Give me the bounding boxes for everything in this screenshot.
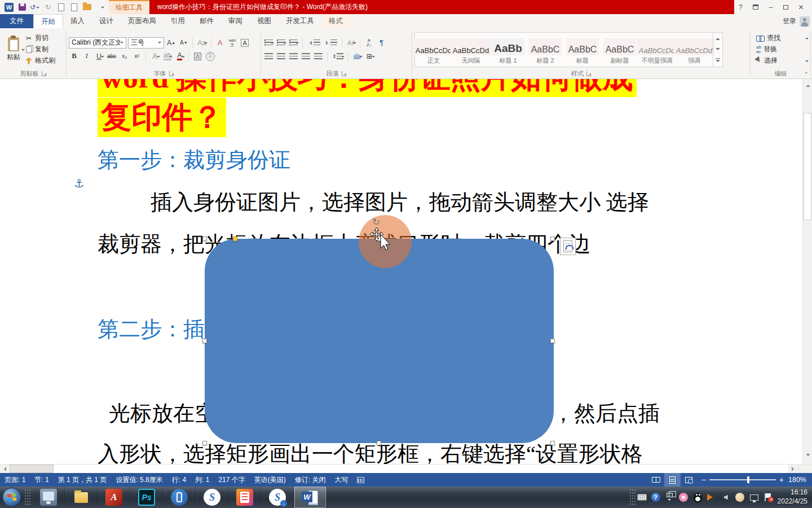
handle-bottom-left[interactable]	[202, 441, 207, 445]
open-folder-icon[interactable]	[82, 3, 91, 12]
tab-file[interactable]: 文件	[0, 14, 33, 28]
italic-button[interactable]: I	[81, 51, 92, 62]
justify-icon[interactable]	[301, 51, 311, 62]
increase-indent-icon[interactable]	[323, 37, 338, 49]
distribute-icon[interactable]	[313, 51, 324, 62]
show-hide-mark-icon[interactable]: ¶	[376, 37, 387, 49]
format-painter-button[interactable]: 格式刷	[25, 56, 55, 65]
styles-dialog-launcher[interactable]	[586, 71, 592, 76]
taskbar-app-phone[interactable]	[163, 487, 196, 508]
highlight-button[interactable]: ab	[162, 51, 173, 62]
tray-volume-icon[interactable]	[721, 493, 731, 502]
start-button[interactable]	[2, 488, 21, 507]
tab-format[interactable]: 格式	[321, 14, 350, 28]
text-effects-button[interactable]: A	[149, 51, 160, 62]
tray-messenger-icon[interactable]	[735, 493, 745, 502]
tab-mailings[interactable]: 邮件	[192, 14, 221, 28]
rounded-rectangle-shape[interactable]	[205, 239, 554, 443]
handle-adjust[interactable]	[233, 237, 237, 241]
status-page[interactable]: 页面: 1	[0, 475, 30, 485]
vertical-scrollbar[interactable]	[802, 79, 812, 464]
input-keyboard-icon[interactable]	[637, 493, 647, 502]
replace-button[interactable]: abac替换	[756, 45, 809, 54]
taskbar-app-photoshop[interactable]: Ps	[130, 487, 163, 508]
circle-char-button[interactable]: 字	[205, 51, 216, 62]
change-case-button[interactable]: Aa	[196, 37, 207, 49]
tab-page-layout[interactable]: 页面布局	[121, 14, 164, 28]
vertical-scroll-thumb[interactable]	[804, 113, 811, 220]
align-right-icon[interactable]	[288, 51, 299, 62]
styles-scroll-up[interactable]	[713, 33, 722, 44]
handle-bottom-right[interactable]	[550, 441, 555, 445]
tray-sound-app-icon[interactable]	[707, 493, 717, 502]
status-line[interactable]: 行: 4	[167, 475, 191, 485]
tab-references[interactable]: 引用	[164, 14, 192, 28]
minimize-button[interactable]: –	[765, 2, 778, 12]
status-word-count[interactable]: 217 个字	[214, 475, 249, 485]
tray-flower-icon[interactable]	[679, 493, 689, 502]
asian-layout-icon[interactable]: A҂	[346, 37, 356, 49]
underline-button[interactable]: U	[94, 51, 104, 62]
style-heading2[interactable]: AaBbC标题 2	[527, 33, 564, 67]
multilevel-list-icon[interactable]	[288, 37, 299, 49]
style-no-spacing[interactable]: AaBbCcDd无间隔	[452, 33, 489, 67]
line-spacing-icon[interactable]: ⇕	[331, 51, 345, 62]
taskbar-app-notes[interactable]	[228, 487, 261, 508]
layout-options-button[interactable]	[560, 238, 576, 255]
tray-action-center-icon[interactable]	[764, 493, 773, 502]
bold-button[interactable]: B	[69, 51, 80, 62]
status-caps[interactable]: 大写	[330, 475, 352, 485]
style-emphasis[interactable]: AaBbCcDd强调	[676, 33, 713, 67]
tab-home[interactable]: 开始	[33, 14, 63, 28]
horizontal-scroll-thumb[interactable]	[10, 465, 54, 473]
status-column[interactable]: 列: 1	[191, 475, 214, 485]
bullets-icon[interactable]	[263, 37, 274, 49]
collapse-ribbon-icon[interactable]: ⌃	[804, 71, 809, 77]
taskbar-app-s-browser[interactable]: S	[196, 487, 228, 508]
redo-icon[interactable]: ↻	[43, 3, 52, 12]
font-size-combo[interactable]: 三号	[128, 37, 164, 49]
phonetic-guide-button[interactable]: wén文	[227, 37, 238, 49]
scroll-down-button[interactable]	[804, 450, 812, 459]
qat-customize-icon[interactable]	[95, 3, 104, 12]
scroll-left-button[interactable]	[0, 465, 10, 473]
scroll-up-button[interactable]	[804, 81, 812, 90]
font-name-combo[interactable]: Calibri (西文正文)	[69, 37, 126, 49]
print-layout-button[interactable]	[664, 473, 681, 487]
web-layout-button[interactable]	[681, 473, 697, 487]
borders-icon[interactable]: ⊞	[364, 51, 375, 62]
status-page-count[interactable]: 第 1 页，共 1 页	[54, 475, 112, 485]
zoom-in-button[interactable]: +	[779, 476, 784, 484]
decrease-indent-icon[interactable]	[306, 37, 321, 49]
new-document-icon[interactable]	[69, 3, 78, 12]
zoom-level[interactable]: 180%	[788, 476, 812, 484]
styles-scroll-down[interactable]	[713, 44, 722, 55]
style-title[interactable]: AaBbC标题	[564, 33, 601, 67]
tray-network-icon[interactable]	[749, 493, 759, 502]
status-language[interactable]: 英语(美国)	[250, 475, 290, 485]
copy-button[interactable]: 复制	[25, 45, 55, 54]
numbering-icon[interactable]	[276, 37, 286, 49]
superscript-button[interactable]: x²	[131, 51, 142, 62]
help-button[interactable]: ?	[734, 2, 747, 12]
taskbar-app-s-download[interactable]: S	[261, 487, 294, 508]
align-left-icon[interactable]	[263, 51, 274, 62]
handle-bottom-center[interactable]	[377, 441, 381, 445]
clipboard-dialog-launcher[interactable]	[42, 71, 47, 76]
clear-format-button[interactable]: A	[215, 37, 226, 49]
taskbar-app-word[interactable]: W	[294, 487, 326, 508]
shading-icon[interactable]	[352, 51, 363, 62]
taskbar-app-autocad[interactable]: A	[98, 487, 130, 508]
tab-design[interactable]: 设计	[92, 14, 121, 28]
tab-developer[interactable]: 开发工具	[279, 14, 321, 28]
sign-in[interactable]: 登录	[783, 14, 812, 28]
status-track-changes[interactable]: 修订: 关闭	[290, 475, 330, 485]
font-dialog-launcher[interactable]	[169, 71, 174, 76]
handle-mid-right[interactable]	[550, 339, 555, 343]
sort-icon[interactable]: AZ↓	[364, 37, 374, 49]
handle-top-right[interactable]	[550, 237, 555, 241]
strikethrough-button[interactable]: abc	[106, 51, 117, 62]
tab-review[interactable]: 审阅	[221, 14, 250, 28]
close-button[interactable]: ✕	[795, 2, 807, 12]
macro-record-icon[interactable]	[357, 477, 364, 483]
